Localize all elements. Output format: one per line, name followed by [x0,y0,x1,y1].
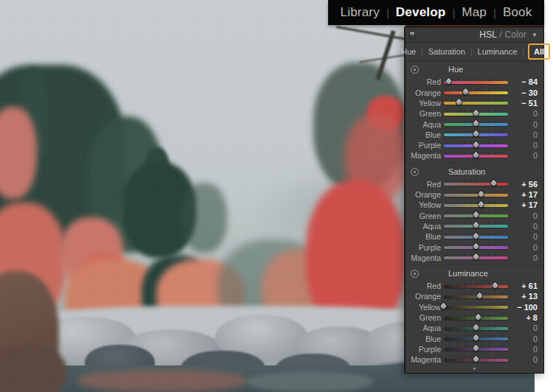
slider-thumb[interactable] [471,210,481,220]
slider-track-hue-magenta[interactable] [444,155,508,158]
module-library[interactable]: Library [334,5,386,20]
slider-label: Yellow [406,200,444,209]
slider-value: + 8 [508,313,538,322]
slider-thumb[interactable] [471,252,481,262]
slider-track-saturation-yellow[interactable] [444,204,508,207]
slider-thumb[interactable] [471,354,481,364]
slider-thumb[interactable] [476,200,486,209]
slider-thumb[interactable] [471,150,481,160]
slider-track-luminance-green[interactable] [444,317,508,320]
lightroom-develop-screen: Library | Develop | Map | Book HSL / Col… [0,0,553,392]
slider-row-saturation-purple: Purple0 [406,242,543,252]
slider-label: Purple [406,243,444,252]
slider-row-hue-orange: Orange− 30 [406,88,543,98]
slider-label: Purple [406,345,444,354]
slider-track-hue-purple[interactable] [444,144,508,147]
slider-label: Red [406,281,444,290]
slider-track-luminance-orange[interactable] [444,295,508,298]
slider-row-hue-purple: Purple0 [406,140,543,150]
slider-row-saturation-red: Red+ 56 [406,179,543,189]
slider-value: + 17 [508,200,538,209]
slider-track-saturation-red[interactable] [444,183,508,186]
slider-thumb[interactable] [473,312,483,322]
slider-thumb[interactable] [471,108,481,118]
slider-thumb[interactable] [462,87,471,97]
slider-row-luminance-blue: Blue0 [406,333,543,343]
slider-row-hue-aqua: Aqua0 [406,119,543,129]
slider-track-saturation-blue[interactable] [444,236,508,239]
slider-label: Green [406,109,444,118]
slider-track-hue-aqua[interactable] [444,123,508,126]
slider-track-luminance-blue[interactable] [444,337,508,340]
slider-label: Aqua [406,222,444,231]
slider-track-hue-green[interactable] [444,113,508,116]
slider-label: Magenta [406,355,444,364]
slider-track-luminance-magenta[interactable] [444,359,508,362]
slider-thumb[interactable] [471,242,481,251]
panel-title-hsl: HSL [479,29,497,40]
slider-track-saturation-magenta[interactable] [444,256,508,259]
panel-bottom-collapse-icon[interactable]: ▼ [406,366,543,373]
slider-track-saturation-aqua[interactable] [444,225,508,228]
slider-value: 0 [508,222,538,231]
slider-value: 0 [508,141,538,150]
slider-value: 0 [508,355,538,364]
module-develop[interactable]: Develop [389,5,453,20]
slider-value: 0 [508,151,538,160]
slider-thumb[interactable] [489,178,498,188]
tab-separator: | [519,48,527,56]
slider-label: Aqua [406,323,444,332]
targeted-adjustment-icon[interactable] [411,270,419,278]
slider-track-hue-blue[interactable] [444,133,508,136]
targeted-adjustment-icon[interactable] [411,66,419,74]
section-header-luminance: Luminance [406,268,543,281]
tab-saturation[interactable]: Saturation [426,46,467,57]
slider-track-luminance-yellow[interactable] [444,306,508,309]
slider-thumb[interactable] [471,119,481,128]
module-map[interactable]: Map [455,5,493,20]
slider-track-luminance-aqua[interactable] [444,327,508,330]
tab-hue[interactable]: Hue [399,46,418,57]
slider-track-luminance-purple[interactable] [444,348,508,351]
slider-track-saturation-green[interactable] [444,214,508,217]
slider-thumb[interactable] [475,291,484,301]
slider-thumb[interactable] [471,231,481,241]
slider-value: − 51 [508,99,538,108]
panel-collapse-icon[interactable]: ▼ [532,32,538,38]
slider-track-saturation-purple[interactable] [444,246,508,249]
tab-luminance[interactable]: Luminance [476,46,520,57]
slider-thumb[interactable] [471,129,481,139]
tab-separator: | [418,48,426,56]
section-title: Saturation [448,167,485,176]
module-picker: Library | Develop | Map | Book [328,0,544,25]
slider-thumb[interactable] [476,189,486,199]
slider-thumb[interactable] [471,333,481,343]
slider-track-hue-yellow[interactable] [444,102,508,105]
slider-row-hue-yellow: Yellow− 51 [406,98,543,108]
slider-value: 0 [508,345,538,354]
slider-label: Red [406,180,444,189]
slider-label: Yellow [406,303,444,312]
slider-track-luminance-red[interactable] [444,285,508,288]
module-book[interactable]: Book [496,5,539,20]
slider-thumb[interactable] [471,221,481,231]
slider-track-hue-orange[interactable] [444,91,508,94]
slider-track-hue-red[interactable] [444,81,508,84]
slider-label: Blue [406,130,444,139]
section-header-hue: Hue [406,64,543,77]
tab-all[interactable]: All [528,43,550,60]
section-header-saturation: Saturation [406,167,543,179]
slider-thumb[interactable] [444,77,453,86]
targeted-adjustment-icon[interactable] [411,168,419,176]
hsl-panel-header[interactable]: HSL / Color ▼ [406,27,543,43]
slider-track-saturation-orange[interactable] [444,194,508,197]
panel-enable-switch-icon[interactable] [409,31,415,39]
slider-thumb[interactable] [454,98,464,108]
slider-row-saturation-aqua: Aqua0 [406,221,543,231]
slider-thumb[interactable] [471,140,481,150]
slider-thumb[interactable] [471,323,481,332]
slider-thumb[interactable] [471,344,481,354]
slider-thumb[interactable] [490,281,500,290]
slider-row-luminance-green: Green+ 8 [406,312,543,323]
slider-value: 0 [508,232,538,241]
